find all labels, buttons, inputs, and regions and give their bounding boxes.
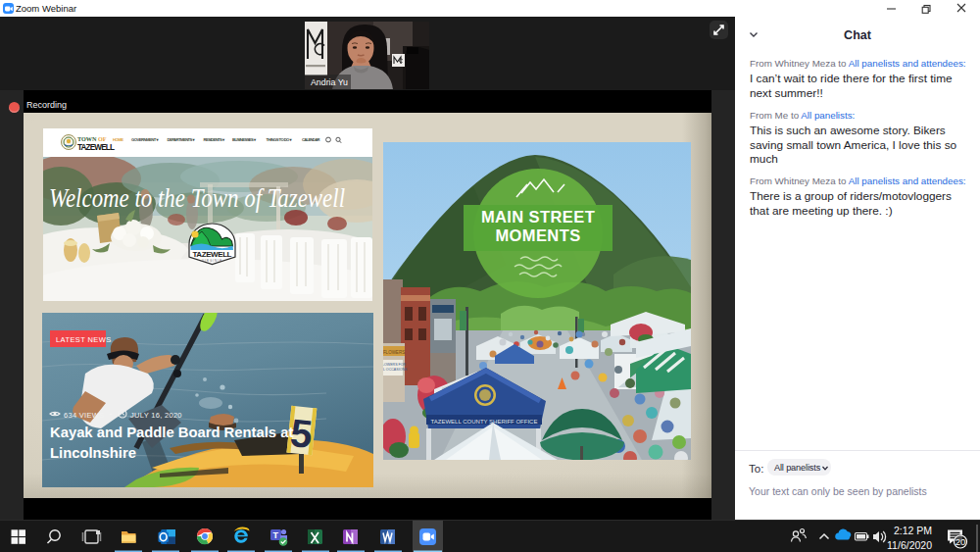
svg-text:GOVERNMENT ▾: GOVERNMENT ▾ [131, 137, 159, 142]
svg-text:Andria Yu: Andria Yu [311, 77, 348, 87]
svg-text:MAIN STREET: MAIN STREET [481, 208, 595, 226]
svg-text:DEPARTMENTS ▾: DEPARTMENTS ▾ [168, 137, 196, 142]
svg-text:VIRGINIA: VIRGINIA [202, 259, 222, 263]
svg-text:634 VIEWS: 634 VIEWS [64, 411, 104, 420]
svg-text:BUSINESSES ▾: BUSINESSES ▾ [232, 137, 257, 142]
svg-text:20: 20 [956, 536, 966, 547]
svg-text:CALENDAR: CALENDAR [302, 137, 320, 142]
svg-text:11/6/2020: 11/6/2020 [887, 539, 932, 551]
svg-text:MOMENTS: MOMENTS [495, 226, 580, 244]
svg-text:T: T [273, 530, 279, 540]
svg-text:FLOWERS: FLOWERS [383, 350, 405, 355]
svg-text:Welcome to the Town of Tazewel: Welcome to the Town of Tazewell [49, 183, 345, 213]
svg-text:Kayak and Paddle Board Rentals: Kayak and Paddle Board Rentals at [50, 425, 293, 440]
svg-text:TAZEWELL: TAZEWELL [77, 143, 115, 152]
svg-text:2:12 PM: 2:12 PM [894, 525, 932, 536]
svg-text:HOME: HOME [113, 137, 123, 142]
svg-text:LATEST NEWS: LATEST NEWS [56, 335, 112, 344]
svg-text:TAZEWELL COUNTY SHERIFF OFFICE: TAZEWELL COUNTY SHERIFF OFFICE [431, 419, 538, 425]
svg-text:RESIDENTS ▾: RESIDENTS ▾ [204, 137, 225, 142]
svg-text:THINGS TO DO ▾: THINGS TO DO ▾ [267, 137, 293, 142]
svg-text:TAZEWELL: TAZEWELL [193, 250, 232, 259]
svg-text:FLOWERS FOR: FLOWERS FOR [383, 363, 407, 367]
svg-text:ALL OCCASIONS: ALL OCCASIONS [383, 368, 408, 372]
svg-text:TOWN OF: TOWN OF [77, 135, 107, 142]
svg-text:JULY 16, 2020: JULY 16, 2020 [130, 411, 182, 420]
svg-text:Lincolnshire: Lincolnshire [50, 445, 136, 461]
